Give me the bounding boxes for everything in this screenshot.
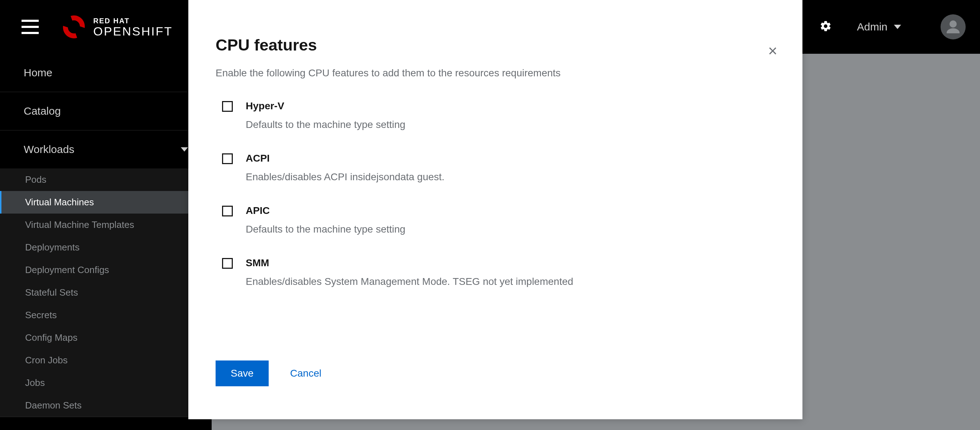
hamburger-icon[interactable] [22,20,39,34]
nav-workloads-subitems: Pods Virtual Machines Virtual Machine Te… [0,168,212,417]
feature-apic-label: APIC [246,205,405,216]
dialog-subtitle: Enable the following CPU features to add… [216,67,775,79]
nav-home[interactable]: Home [0,54,212,92]
checkbox-hyperv[interactable] [222,101,233,112]
nav-cron-jobs[interactable]: Cron Jobs [0,349,212,371]
sidebar: Home Catalog Workloads Pods Virtual Mach… [0,54,212,430]
close-icon[interactable]: × [768,43,777,59]
nav-home-label: Home [24,67,52,79]
nav-config-maps[interactable]: Config Maps [0,327,212,349]
app-root: RED HAT OPENSHIFT Admin Home [0,0,980,430]
nav-stateful-sets[interactable]: Stateful Sets [0,281,212,304]
cpu-features-dialog: × CPU features Enable the following CPU … [188,0,802,419]
brand-line2: OPENSHIFT [93,25,173,37]
cancel-button[interactable]: Cancel [290,368,321,379]
nav-catalog-label: Catalog [24,105,60,117]
nav-workloads[interactable]: Workloads [0,130,212,168]
feature-acpi-desc: Enables/disables ACPI insidejsondata gue… [246,171,444,183]
brand-text: RED HAT OPENSHIFT [93,17,173,37]
redhat-logo-icon [60,13,88,41]
gear-icon[interactable] [820,20,832,34]
nav-daemon-sets[interactable]: Daemon Sets [0,394,212,417]
feature-smm: SMM Enables/disables System Management M… [222,257,775,287]
checkbox-acpi[interactable] [222,153,233,164]
feature-acpi-label: ACPI [246,153,444,164]
svg-point-0 [950,21,957,28]
nav-secrets[interactable]: Secrets [0,304,212,327]
nav-virtual-machine-templates[interactable]: Virtual Machine Templates [0,214,212,236]
nav-virtual-machines[interactable]: Virtual Machines [0,191,212,214]
feature-smm-desc: Enables/disables System Management Mode.… [246,276,573,287]
feature-apic: APIC Defaults to the machine type settin… [222,205,775,235]
user-menu[interactable]: Admin [857,21,901,33]
chevron-down-icon [181,147,188,152]
feature-acpi: ACPI Enables/disables ACPI insidejsondat… [222,153,775,183]
checkbox-apic[interactable] [222,206,233,216]
feature-hyperv-desc: Defaults to the machine type setting [246,119,405,130]
save-button[interactable]: Save [216,360,269,386]
brand: RED HAT OPENSHIFT [60,13,173,41]
nav-pods[interactable]: Pods [0,168,212,191]
feature-hyperv: Hyper-V Defaults to the machine type set… [222,100,775,130]
brand-line1: RED HAT [93,17,173,25]
caret-down-icon [894,25,901,29]
nav-workloads-label: Workloads [24,143,74,155]
user-label: Admin [857,21,888,33]
nav-jobs[interactable]: Jobs [0,371,212,394]
checkbox-smm[interactable] [222,258,233,269]
dialog-title: CPU features [216,36,775,54]
avatar[interactable] [940,14,966,40]
nav-deployments[interactable]: Deployments [0,236,212,259]
dialog-actions: Save Cancel [216,360,321,386]
feature-list: Hyper-V Defaults to the machine type set… [216,100,775,287]
feature-smm-label: SMM [246,257,573,269]
nav-deployment-configs[interactable]: Deployment Configs [0,259,212,281]
topbar-right: Admin [782,14,966,40]
nav-catalog[interactable]: Catalog [0,92,212,130]
feature-apic-desc: Defaults to the machine type setting [246,224,405,235]
feature-hyperv-label: Hyper-V [246,100,405,112]
